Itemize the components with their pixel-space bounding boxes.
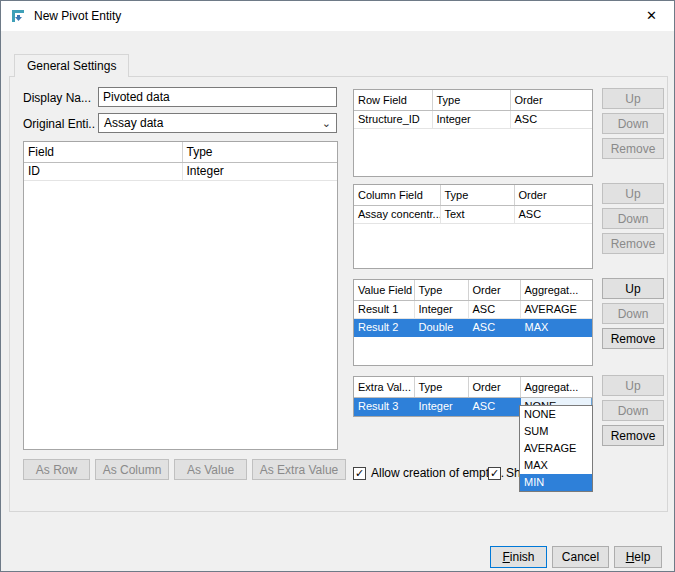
- value-field-remove-button[interactable]: Remove: [602, 328, 664, 349]
- cancel-button[interactable]: Cancel: [552, 546, 609, 568]
- cell: Structure_ID: [354, 110, 432, 128]
- as-row-button: As Row: [23, 459, 90, 480]
- col-header-field[interactable]: Field: [24, 142, 182, 162]
- col-header[interactable]: Type: [414, 280, 468, 300]
- col-header[interactable]: Aggregat...: [520, 377, 592, 397]
- table-header-row: Column Field Type Order: [354, 185, 592, 205]
- fields-table: Field Type ID Integer: [23, 141, 338, 450]
- table-row-selected[interactable]: Result 2 Double ASC MAX: [354, 318, 592, 336]
- row-field-down-button: Down: [602, 113, 664, 134]
- dropdown-option-max[interactable]: MAX: [520, 457, 592, 474]
- column-field-up-button: Up: [602, 183, 664, 204]
- row-field-up-button: Up: [602, 88, 664, 109]
- original-entity-select[interactable]: Assay data ⌄: [98, 113, 337, 133]
- table-row[interactable]: ID Integer: [24, 162, 337, 180]
- dropdown-option-sum[interactable]: SUM: [520, 423, 592, 440]
- allow-empty-checkbox[interactable]: ✓ Allow creation of empty...: [353, 466, 504, 480]
- col-header[interactable]: Row Field: [354, 90, 432, 110]
- row-field-remove-button: Remove: [602, 138, 664, 159]
- col-header[interactable]: Order: [510, 90, 592, 110]
- col-header[interactable]: Order: [468, 377, 520, 397]
- cell: Result 3: [354, 397, 414, 415]
- value-field-table: Value Field Type Order Aggregat... Resul…: [353, 279, 593, 366]
- col-header[interactable]: Type: [440, 185, 514, 205]
- cell: Integer: [432, 110, 510, 128]
- table-row[interactable]: Structure_ID Integer ASC: [354, 110, 592, 128]
- as-column-button: As Column: [95, 459, 169, 480]
- close-icon[interactable]: ✕: [629, 1, 674, 30]
- help-button[interactable]: Help: [614, 546, 662, 568]
- display-name-input[interactable]: [98, 87, 337, 107]
- dropdown-option-min[interactable]: MIN: [520, 474, 592, 491]
- titlebar: New Pivot Entity ✕: [1, 1, 674, 31]
- column-field-down-button: Down: [602, 208, 664, 229]
- col-header-type[interactable]: Type: [182, 142, 337, 162]
- as-extra-value-button: As Extra Value: [252, 459, 346, 480]
- original-entity-value: Assay data: [104, 116, 163, 130]
- aggregation-dropdown-list: NONE SUM AVERAGE MAX MIN: [519, 405, 593, 492]
- col-header[interactable]: Order: [514, 185, 592, 205]
- cell: Integer: [414, 397, 468, 415]
- allow-empty-label: Allow creation of empty...: [371, 466, 504, 480]
- extra-value-down-button: Down: [602, 400, 664, 421]
- tab-general-settings[interactable]: General Settings: [14, 54, 129, 77]
- col-header[interactable]: Aggregat...: [520, 280, 592, 300]
- pivot-entity-icon: [10, 8, 26, 24]
- col-header[interactable]: Order: [468, 280, 520, 300]
- dropdown-option-none[interactable]: NONE: [520, 406, 592, 423]
- cell: Assay concentr...: [354, 205, 440, 223]
- cell: ASC: [510, 110, 592, 128]
- original-entity-label: Original Enti...: [23, 117, 95, 131]
- checkbox-checked-icon: ✓: [488, 467, 501, 480]
- cell-type: Integer: [182, 162, 337, 180]
- col-header[interactable]: Column Field: [354, 185, 440, 205]
- checkbox-checked-icon: ✓: [353, 467, 366, 480]
- cell: ASC: [468, 318, 520, 336]
- cell: Text: [440, 205, 514, 223]
- column-field-remove-button: Remove: [602, 233, 664, 254]
- cell: ASC: [468, 300, 520, 318]
- table-row[interactable]: Assay concentr... Text ASC: [354, 205, 592, 223]
- as-value-button: As Value: [174, 459, 247, 480]
- column-field-table: Column Field Type Order Assay concentr..…: [353, 184, 593, 269]
- table-header-row: Field Type: [24, 142, 337, 162]
- col-header[interactable]: Value Field: [354, 280, 414, 300]
- table-header-row: Row Field Type Order: [354, 90, 592, 110]
- extra-value-up-button: Up: [602, 375, 664, 396]
- cell-field: ID: [24, 162, 182, 180]
- cell: MAX: [520, 318, 592, 336]
- cell: ASC: [468, 397, 520, 415]
- chevron-down-icon: ⌄: [322, 118, 331, 129]
- window-title: New Pivot Entity: [34, 9, 121, 23]
- value-field-up-button[interactable]: Up: [602, 278, 664, 299]
- table-header-row: Extra Val... Type Order Aggregat...: [354, 377, 592, 397]
- table-row[interactable]: Result 1 Integer ASC AVERAGE: [354, 300, 592, 318]
- cell: Double: [414, 318, 468, 336]
- cell: Result 2: [354, 318, 414, 336]
- finish-button[interactable]: Finish: [490, 546, 547, 568]
- extra-value-remove-button[interactable]: Remove: [602, 425, 664, 446]
- new-pivot-entity-dialog: New Pivot Entity ✕ General Settings Disp…: [0, 0, 675, 572]
- cell: AVERAGE: [520, 300, 592, 318]
- table-header-row: Value Field Type Order Aggregat...: [354, 280, 592, 300]
- value-field-down-button: Down: [602, 303, 664, 324]
- cell: Integer: [414, 300, 468, 318]
- col-header[interactable]: Type: [414, 377, 468, 397]
- cell: Result 1: [354, 300, 414, 318]
- col-header[interactable]: Type: [432, 90, 510, 110]
- dropdown-option-average[interactable]: AVERAGE: [520, 440, 592, 457]
- display-name-label: Display Na...: [23, 91, 95, 105]
- col-header[interactable]: Extra Val...: [354, 377, 414, 397]
- row-field-table: Row Field Type Order Structure_ID Intege…: [353, 89, 593, 177]
- cell: ASC: [514, 205, 592, 223]
